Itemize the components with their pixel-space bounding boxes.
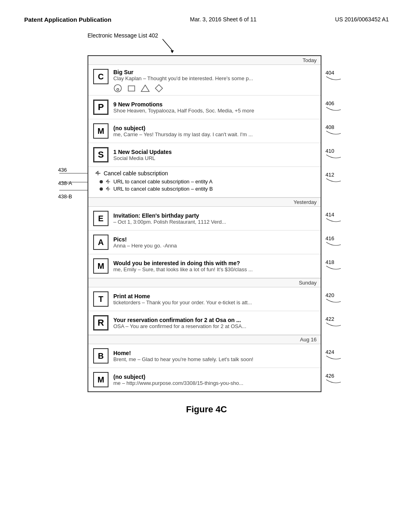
email-subject-408: (no subject) [113, 125, 317, 131]
ref-420: 420 [325, 292, 342, 304]
ref-418: 418 [325, 259, 342, 271]
email-item-420[interactable]: T Print at Home ticketorders – Thank you… [88, 287, 321, 311]
email-item-426[interactable]: M (no subject) me – http://www.purpose.c… [88, 368, 321, 391]
email-content-410: 1 New Social Updates Social Media URL [113, 149, 317, 161]
email-preview-422: OSA – You are confirmed for a reservatio… [113, 323, 317, 329]
avatar-social: S [93, 147, 108, 162]
list-label-arrow: Electronic Message List 402 [88, 31, 217, 53]
email-subject-422: Your reservation confirmation for 2 at O… [113, 317, 317, 323]
url-item-b: URL to cancel cable subscription – entit… [100, 186, 316, 192]
email-preview-404: Clay Kaplan – Thought you'd be intereste… [113, 75, 317, 81]
patent-right: US 2016/0063452 A1 [335, 16, 389, 23]
ref-408: 408 [325, 124, 342, 136]
svg-marker-7 [155, 85, 163, 92]
email-preview-406: Shoe Heaven, Toypalooza, Half Foods, Soc… [113, 108, 317, 114]
email-content-424: Home! Brent, me – Glad to hear you're ho… [113, 350, 317, 362]
email-subject-426: (no subject) [113, 374, 317, 380]
email-subject-406: 9 New Promotions [113, 101, 317, 108]
avatar-ticketorders: T [93, 291, 108, 307]
email-content-404: Big Sur Clay Kaplan – Thought you'd be i… [113, 69, 317, 93]
ref-416: 416 [325, 235, 342, 247]
ref-422: 422 [325, 316, 342, 328]
ref-410: 410 [325, 148, 342, 160]
patent-header: Patent Application Publication Mar. 3, 2… [8, 8, 405, 27]
ref-414: 414 [325, 212, 342, 223]
icon-circle [113, 84, 122, 93]
email-subject-410: 1 New Social Updates [113, 149, 317, 155]
figure-label: Figure 4C [186, 404, 227, 415]
svg-marker-6 [141, 85, 149, 91]
email-preview-416: Anna – Here you go. -Anna [113, 243, 317, 249]
email-item-406[interactable]: P 9 New Promotions Shoe Heaven, Toypaloo… [88, 96, 321, 119]
yesterday-section: Yesterday [88, 197, 321, 207]
expanded-title: Cancel cable subscription [95, 170, 316, 177]
patent-center: Mar. 3, 2016 Sheet 6 of 11 [190, 16, 257, 23]
expand-arrow-icon [95, 170, 101, 176]
email-item-422[interactable]: R Your reservation confirmation for 2 at… [88, 311, 321, 335]
sunday-section: Sunday [88, 278, 321, 287]
email-preview-424: Brent, me – Glad to hear you're home saf… [113, 356, 317, 362]
ref-412: 412 [325, 172, 342, 183]
email-item-416[interactable]: A Pics! Anna – Here you go. -Anna 416 [88, 231, 321, 254]
side-label-lines [59, 170, 88, 194]
email-subject-404: Big Sur [113, 69, 317, 75]
icon-diamond [154, 84, 163, 93]
email-preview-426: me – http://www.purpose.com/3308/15-thin… [113, 380, 317, 386]
email-preview-410: Social Media URL [113, 155, 317, 161]
email-subject-420: Print at Home [113, 293, 317, 299]
avatar-brent: B [93, 348, 108, 364]
email-content-414: Invitation: Ellen's birthday party – Oct… [113, 212, 317, 225]
svg-point-4 [117, 89, 119, 91]
svg-marker-2 [171, 50, 174, 53]
diagram-area: Electronic Message List 402 Today C Big … [55, 31, 358, 392]
avatar-promotions: P [93, 100, 108, 115]
icon-triangle [141, 84, 150, 93]
email-content-426: (no subject) me – http://www.purpose.com… [113, 374, 317, 386]
email-content-406: 9 New Promotions Shoe Heaven, Toypalooza… [113, 101, 317, 114]
avatar-anna: A [93, 235, 108, 250]
email-subject-416: Pics! [113, 236, 317, 243]
avatar-emily: M [93, 258, 108, 274]
email-content-420: Print at Home ticketorders – Thank you f… [113, 293, 317, 305]
avatar-big-sur: C [93, 69, 108, 84]
email-item-404[interactable]: C Big Sur Clay Kaplan – Thought you'd be… [88, 65, 321, 96]
ref-406: 406 [325, 100, 342, 112]
email-subject-414: Invitation: Ellen's birthday party [113, 212, 317, 219]
avatar-ellen: E [93, 211, 108, 226]
main-content: Electronic Message List 402 Today C Big … [8, 27, 405, 419]
patent-left: Patent Application Publication [24, 16, 111, 23]
avatar-no-subject-1: M [93, 123, 108, 139]
email-item-418[interactable]: M Would you be interested in doing this … [88, 254, 321, 278]
label-438b: 438-B [58, 193, 72, 200]
url-item-a: URL to cancel cable subscription – entit… [100, 179, 316, 185]
email-item-408[interactable]: M (no subject) me, Carrie – Yes! Thursda… [88, 119, 321, 143]
ref-426: 426 [325, 373, 342, 384]
email-item-414[interactable]: E Invitation: Ellen's birthday party – O… [88, 207, 321, 231]
ref-404: 404 [325, 70, 342, 81]
url-arrow-b [105, 187, 111, 191]
email-preview-408: me, Carrie – Yes! Thursday is my last da… [113, 131, 317, 137]
email-item-424[interactable]: B Home! Brent, me – Glad to hear you're … [88, 344, 321, 368]
svg-rect-5 [128, 86, 135, 91]
expanded-item-412: Cancel cable subscription URL to cancel … [88, 167, 321, 197]
aug16-section: Aug 16 [88, 335, 321, 344]
email-subject-418: Would you be interested in doing this wi… [113, 260, 317, 266]
email-preview-418: me, Emily – Sure, that looks like a lot … [113, 266, 317, 272]
svg-text:Electronic Message List 402: Electronic Message List 402 [88, 32, 158, 39]
today-section: Today [88, 56, 321, 65]
icon-square [127, 84, 136, 93]
email-content-422: Your reservation confirmation for 2 at O… [113, 317, 317, 329]
avatar-no-subject-2: M [93, 372, 108, 387]
email-list-container: Today C Big Sur Clay Kaplan – Thought yo… [88, 55, 321, 392]
email-preview-420: ticketorders – Thank you for your order.… [113, 299, 317, 305]
email-icons-404 [113, 84, 317, 93]
ref-424: 424 [325, 349, 342, 361]
email-subject-424: Home! [113, 350, 317, 356]
svg-line-1 [163, 39, 172, 50]
email-preview-414: – Oct 1, 3:00pm. Polish Restaurant, 1112… [113, 219, 317, 225]
avatar-osa: R [93, 315, 108, 330]
email-content-416: Pics! Anna – Here you go. -Anna [113, 236, 317, 249]
email-item-410[interactable]: S 1 New Social Updates Social Media URL … [88, 143, 321, 167]
email-content-418: Would you be interested in doing this wi… [113, 260, 317, 272]
email-content-408: (no subject) me, Carrie – Yes! Thursday … [113, 125, 317, 137]
